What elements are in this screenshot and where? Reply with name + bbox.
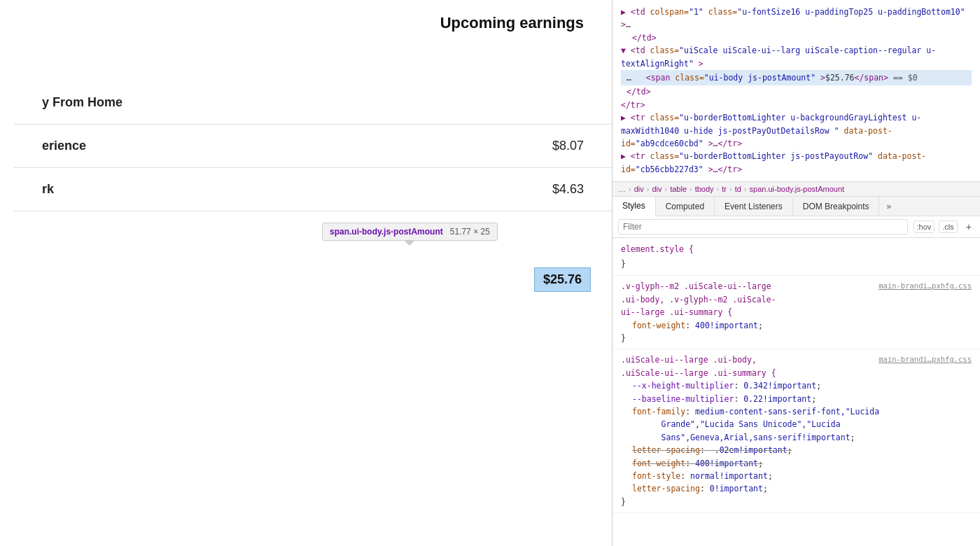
- row-amount-2: $8.07: [552, 139, 584, 153]
- css-property-letter-spacing-2: letter-spacing: 0!important;: [621, 482, 972, 495]
- tab-event-listeners[interactable]: Event Listeners: [715, 197, 793, 216]
- css-source-3[interactable]: main-brandi…pxhfg.css: [878, 354, 972, 365]
- bc-div-2[interactable]: div: [652, 185, 662, 193]
- html-line-5: </tr>: [621, 99, 972, 111]
- website-panel: Upcoming earnings span.ui-body.js-postAm…: [0, 0, 612, 546]
- html-source-panel: ▶ <td colspan="1" class="u-fontSize16 u-…: [612, 0, 980, 182]
- html-line-7: ▶ <tr class="u-borderBottomLighter js-po…: [621, 150, 972, 176]
- bc-td[interactable]: td: [735, 185, 741, 193]
- tooltip-element-size: 51.77 × 25: [450, 227, 490, 237]
- bc-ellipsis: …: [618, 185, 626, 193]
- tab-styles[interactable]: Styles: [612, 197, 656, 216]
- css-property-font-weight-1: font-weight: 400!important;: [621, 319, 972, 332]
- devtools-tabs: Styles Computed Event Listeners DOM Brea…: [612, 197, 980, 216]
- tab-computed[interactable]: Computed: [656, 197, 715, 216]
- html-line-2: </td>: [621, 31, 972, 44]
- css-property-font-weight-2: font-weight: 400!important;: [621, 457, 972, 470]
- row-label-1: y From Home: [42, 95, 122, 110]
- row-label-3: rk: [42, 182, 54, 197]
- styles-filter-bar: :hov .cls +: [612, 216, 980, 238]
- css-rule-2: main-brandi…pxhfg.css .v-glyph--m2 .uiSc…: [612, 276, 980, 349]
- tab-dom-breakpoints[interactable]: DOM Breakpoints: [793, 197, 880, 216]
- html-line-6: ▶ <tr class="u-borderBottomLighter u-bac…: [621, 111, 972, 150]
- tabs-overflow-button[interactable]: »: [879, 197, 898, 216]
- filter-hov-badge[interactable]: :hov: [913, 220, 935, 233]
- row-work: rk $4.63: [14, 168, 612, 211]
- css-selector-element-style: element.style {: [621, 244, 694, 254]
- css-rule-element-style: element.style { }: [612, 238, 980, 276]
- row-label-2: erience: [42, 139, 86, 153]
- devtools-panel: ▶ <td colspan="1" class="u-fontSize16 u-…: [612, 0, 980, 546]
- html-line-3: ▼ <td class="uiScale uiScale-ui--larg ui…: [621, 44, 972, 70]
- css-property-baseline: --baseline-multiplier: 0.22!important;: [621, 393, 972, 405]
- earnings-rows: y From Home erience $8.07 rk $4.63: [0, 81, 612, 211]
- devtools-breadcrumb: … › div › div › table › tbody › tr › td …: [612, 182, 980, 197]
- css-property-font-family: font-family: medium-content-sans-serif-f…: [621, 405, 972, 444]
- html-line-highlighted: … <span class="ui-body js-postAmount" >$…: [621, 70, 972, 85]
- tooltip-element-name: span.ui-body.js-postAmount: [330, 227, 443, 237]
- bc-tr[interactable]: tr: [722, 185, 727, 193]
- upcoming-earnings-heading: Upcoming earnings: [0, 0, 612, 39]
- bc-span[interactable]: span.ui-body.js-postAmount: [750, 185, 845, 193]
- row-experience: erience $8.07: [14, 125, 612, 168]
- add-style-button[interactable]: +: [963, 221, 974, 232]
- html-line-1: ▶ <td colspan="1" class="u-fontSize16 u-…: [621, 6, 972, 31]
- filter-badges: :hov .cls: [913, 220, 958, 233]
- css-property-letter-spacing-1: letter-spacing: -.02em!important;: [621, 444, 972, 456]
- bc-div-1[interactable]: div: [634, 185, 644, 193]
- bc-tbody[interactable]: tbody: [695, 185, 714, 193]
- css-closing-brace-2: }: [621, 333, 626, 343]
- styles-filter-input[interactable]: [618, 219, 908, 234]
- css-selector-2: .v-glyph--m2 .uiScale-ui--large.ui-body,…: [621, 281, 776, 317]
- css-rule-3: main-brandi…pxhfg.css .uiScale-ui--large…: [612, 349, 980, 513]
- css-closing-brace-1: }: [621, 259, 626, 269]
- css-closing-brace-3: }: [621, 497, 626, 507]
- filter-cls-badge[interactable]: .cls: [939, 220, 958, 233]
- css-property-font-style: font-style: normal!important;: [621, 470, 972, 482]
- css-rules-panel: element.style { } main-brandi…pxhfg.css …: [612, 238, 980, 546]
- row-amount-3: $4.63: [552, 182, 584, 197]
- bc-table[interactable]: table: [670, 185, 687, 193]
- element-inspector-tooltip: span.ui-body.js-postAmount 51.77 × 25: [322, 223, 498, 241]
- css-source-2[interactable]: main-brandi…pxhfg.css: [878, 280, 972, 292]
- highlighted-amount-box: $25.76: [534, 267, 591, 292]
- css-property-x-height: --x-height-multiplier: 0.342!important;: [621, 379, 972, 392]
- row-work-from-home: y From Home: [14, 81, 612, 125]
- css-selector-3: .uiScale-ui--large .ui-body,.uiScale-ui-…: [621, 355, 776, 377]
- html-line-4: </td>: [621, 85, 972, 98]
